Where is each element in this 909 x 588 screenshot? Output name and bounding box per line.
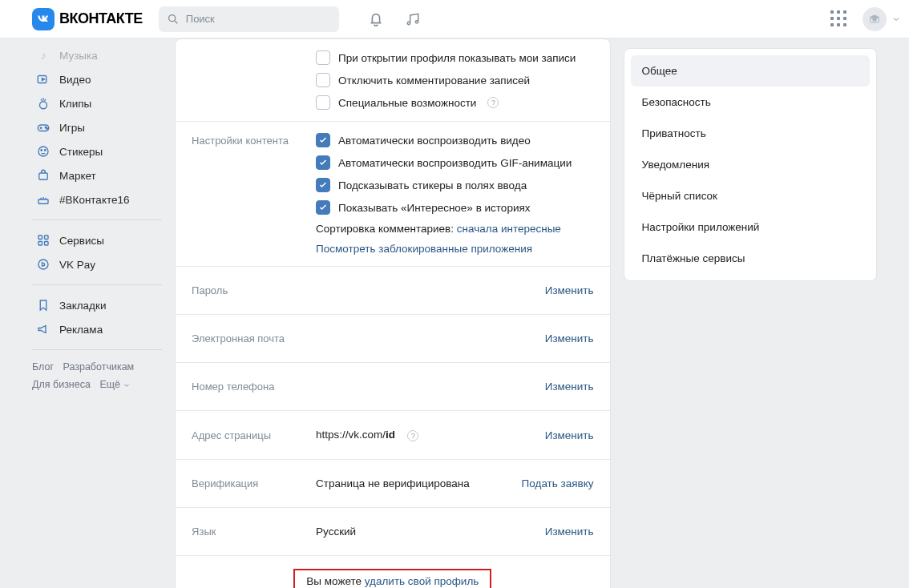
sidebar-item-label: Музыка [59, 50, 98, 62]
settings-tab-general[interactable]: Общее [631, 55, 870, 87]
footer-blog[interactable]: Блог [32, 361, 54, 373]
sidebar-item-music[interactable]: ♪ Музыка [32, 43, 162, 67]
change-lang-link[interactable]: Изменить [545, 526, 594, 538]
sidebar-item-label: Сервисы [59, 235, 104, 247]
sidebar-item-label: #ВКонтакте16 [59, 194, 130, 206]
option-show-interesting[interactable]: Показывать «Интересное» в историях [316, 200, 594, 215]
settings-tab-blacklist[interactable]: Чёрный список [631, 180, 870, 211]
svg-rect-16 [38, 242, 42, 246]
option-label: При открытии профиля показывать мои запи… [338, 52, 576, 64]
change-password-link[interactable]: Изменить [545, 284, 594, 296]
bookmark-icon [35, 297, 51, 313]
clips-icon [35, 95, 51, 111]
option-sticker-hints[interactable]: Подсказывать стикеры в полях ввода [316, 178, 594, 192]
help-icon[interactable]: ? [407, 430, 418, 441]
ads-icon [35, 321, 51, 337]
option-label: Специальные возможности [338, 97, 476, 109]
notifications-icon[interactable] [366, 10, 386, 29]
option-label: Автоматически воспроизводить видео [338, 135, 531, 147]
row-url: Адрес страницы https://vk.com/id ? Измен… [176, 411, 610, 460]
settings-tab-privacy[interactable]: Приватность [631, 118, 870, 149]
search-icon [167, 13, 180, 26]
checkbox-unchecked-icon [316, 95, 330, 110]
avatar [863, 7, 887, 31]
comment-sort[interactable]: Сортировка комментариев: сначала интерес… [316, 223, 594, 235]
sidebar-item-services[interactable]: Сервисы [32, 228, 162, 252]
sidebar-item-clips[interactable]: Клипы [32, 91, 162, 115]
sidebar-item-label: VK Pay [59, 259, 95, 271]
footer-devs[interactable]: Разработчикам [63, 361, 135, 373]
brand-text: ВКОНТАКТЕ [59, 10, 143, 27]
sidebar-item-video[interactable]: Видео [32, 67, 162, 91]
option-accessibility[interactable]: Специальные возможности ? [316, 95, 594, 110]
settings-tab-app-settings[interactable]: Настройки приложений [631, 211, 870, 243]
row-language: Язык Русский Изменить [176, 508, 610, 556]
footer-biz[interactable]: Для бизнеса [32, 379, 91, 390]
svg-point-18 [38, 260, 48, 269]
svg-rect-15 [45, 236, 49, 240]
chevron-down-icon [891, 14, 901, 24]
settings-tab-security[interactable]: Безопасность [631, 87, 870, 118]
settings-tab-payments[interactable]: Платёжные сервисы [631, 243, 870, 274]
checkbox-unchecked-icon [316, 73, 330, 87]
market-icon [35, 167, 51, 183]
row-phone: Номер телефона Изменить [176, 363, 610, 411]
content-settings-label: Настройки контента [192, 133, 316, 147]
checkbox-checked-icon [316, 178, 330, 192]
sidebar-item-ads[interactable]: Реклама [32, 317, 162, 341]
row-email: Электронная почта Изменить [176, 315, 610, 363]
svg-point-11 [45, 150, 46, 151]
sidebar-item-label: Реклама [59, 324, 103, 336]
svg-point-10 [41, 150, 42, 151]
sidebar-item-label: Клипы [59, 98, 91, 110]
sidebar-item-vkpay[interactable]: VK Pay [32, 252, 162, 276]
option-label: Показывать «Интересное» в историях [338, 202, 530, 214]
stickers-icon [35, 143, 51, 159]
footer-more[interactable]: Ещё [99, 379, 131, 390]
checkbox-checked-icon [316, 200, 330, 215]
delete-profile-box: Вы можете удалить свой профиль [293, 569, 491, 588]
svg-point-5 [40, 102, 47, 109]
option-auto-gif[interactable]: Автоматически воспроизводить GIF-анимаци… [316, 155, 594, 170]
change-url-link[interactable]: Изменить [545, 429, 594, 441]
option-show-my-posts[interactable]: При открытии профиля показывать мои запи… [316, 50, 594, 65]
sort-value-link[interactable]: сначала интересные [457, 223, 561, 235]
sidebar-item-games[interactable]: Игры [32, 115, 162, 139]
change-phone-link[interactable]: Изменить [545, 381, 594, 393]
sidebar-item-label: Видео [59, 74, 91, 86]
sidebar-item-label: Маркет [59, 170, 96, 182]
blocked-apps-link[interactable]: Посмотреть заблокированные приложения [316, 243, 532, 255]
option-auto-video[interactable]: Автоматически воспроизводить видео [316, 133, 594, 147]
delete-profile-link[interactable]: удалить свой профиль [365, 575, 479, 587]
sidebar-item-stickers[interactable]: Стикеры [32, 139, 162, 163]
row-password: Пароль Изменить [176, 267, 610, 315]
change-email-link[interactable]: Изменить [545, 332, 594, 344]
search-input[interactable]: Поиск [159, 6, 339, 32]
music-player-icon[interactable] [403, 10, 422, 29]
games-icon [35, 119, 51, 135]
sidebar-item-bookmarks[interactable]: Закладки [32, 293, 162, 317]
svg-point-8 [46, 128, 48, 130]
checkbox-unchecked-icon [316, 50, 330, 65]
apps-grid-icon[interactable] [830, 10, 848, 28]
verify-apply-link[interactable]: Подать заявку [522, 477, 594, 489]
row-verification: Верификация Страница не верифицирована П… [176, 460, 610, 508]
sidebar-item-label: Стикеры [59, 146, 103, 158]
svg-rect-17 [45, 242, 49, 246]
sidebar-item-label: Игры [59, 122, 85, 134]
svg-point-9 [38, 147, 48, 156]
svg-line-1 [175, 21, 177, 23]
logo[interactable]: ВКОНТАКТЕ [32, 8, 143, 30]
sidebar-item-market[interactable]: Маркет [32, 163, 162, 187]
cake-icon [35, 191, 51, 207]
profile-menu[interactable] [863, 7, 901, 31]
option-label: Подсказывать стикеры в полях ввода [338, 179, 527, 191]
help-icon[interactable]: ? [487, 97, 499, 108]
sidebar-item-vk16[interactable]: #ВКонтакте16 [32, 187, 162, 211]
search-placeholder: Поиск [186, 13, 215, 25]
svg-rect-12 [39, 173, 48, 179]
svg-rect-14 [38, 236, 42, 240]
option-disable-comments[interactable]: Отключить комментирование записей [316, 73, 594, 87]
svg-rect-13 [38, 199, 48, 203]
settings-tab-notifications[interactable]: Уведомления [631, 149, 870, 180]
